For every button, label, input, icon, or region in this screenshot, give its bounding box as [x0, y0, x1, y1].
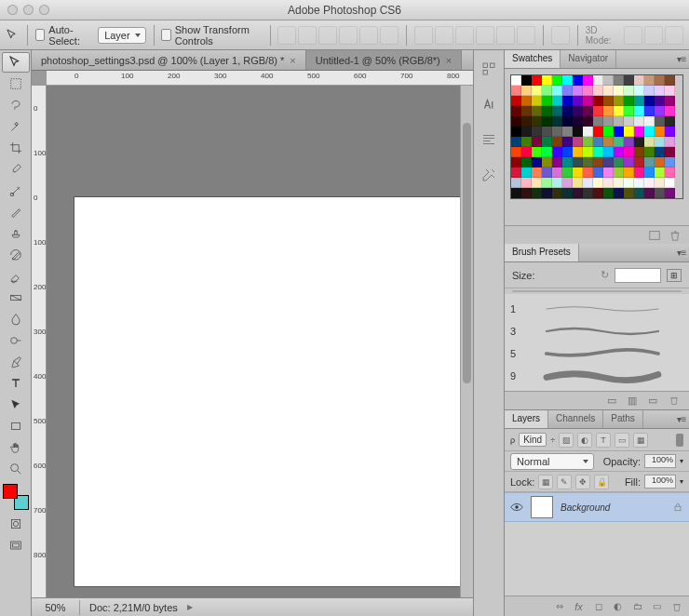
swatch[interactable]	[655, 127, 665, 137]
gradient-tool[interactable]	[2, 288, 30, 308]
swatch[interactable]	[583, 127, 593, 137]
swatch[interactable]	[573, 157, 583, 167]
panel-menu-icon[interactable]: ▾≡	[674, 244, 689, 261]
visibility-icon[interactable]	[510, 501, 523, 514]
swatch[interactable]	[552, 137, 562, 147]
swatch[interactable]	[644, 147, 655, 157]
swatch[interactable]	[542, 178, 552, 188]
swatch[interactable]	[614, 178, 624, 188]
swatch[interactable]	[583, 96, 593, 106]
swatch[interactable]	[532, 188, 542, 198]
swatch[interactable]	[562, 106, 573, 116]
filter-adjust-icon[interactable]: ◐	[577, 433, 592, 448]
pen-tool[interactable]	[2, 352, 30, 372]
swatch[interactable]	[655, 106, 665, 116]
swatch[interactable]	[521, 167, 532, 178]
swatch[interactable]	[532, 96, 542, 106]
swatch[interactable]	[603, 127, 614, 137]
lock-transparency-icon[interactable]: ▦	[538, 475, 553, 489]
filter-smart-icon[interactable]: ▦	[633, 433, 648, 448]
swatch[interactable]	[644, 86, 655, 96]
swatch[interactable]	[665, 137, 675, 147]
swatch[interactable]	[542, 116, 552, 127]
eraser-tool[interactable]	[2, 266, 30, 287]
swatch[interactable]	[614, 116, 624, 127]
swatch[interactable]	[603, 96, 614, 106]
magic-wand-tool[interactable]	[2, 116, 30, 137]
swatch[interactable]	[603, 157, 614, 167]
swatch[interactable]	[562, 96, 573, 106]
swatch[interactable]	[573, 116, 583, 127]
swatch[interactable]	[573, 167, 583, 178]
swatch[interactable]	[521, 178, 532, 188]
align-top-icon[interactable]	[277, 26, 296, 45]
swatch[interactable]	[614, 127, 624, 137]
swatch[interactable]	[532, 75, 542, 86]
new-layer-icon[interactable]: ▭	[650, 599, 664, 613]
tab-paths[interactable]: Paths	[603, 410, 643, 428]
swatch[interactable]	[593, 188, 603, 198]
swatch[interactable]	[655, 188, 665, 198]
delete-layer-icon[interactable]	[669, 599, 683, 613]
swatch[interactable]	[614, 96, 624, 106]
swatch[interactable]	[644, 167, 655, 178]
auto-select-target-dropdown[interactable]: Layer	[98, 27, 146, 44]
hand-tool[interactable]	[2, 437, 30, 458]
swatch[interactable]	[511, 75, 521, 86]
swatch[interactable]	[532, 86, 542, 96]
panel-menu-icon[interactable]: ▾≡	[674, 50, 689, 68]
layer-row[interactable]: Background	[505, 492, 689, 522]
align-left-icon[interactable]	[339, 26, 358, 45]
swatch[interactable]	[573, 137, 583, 147]
swatch[interactable]	[634, 147, 644, 157]
swatch[interactable]	[593, 137, 603, 147]
swatch[interactable]	[624, 116, 634, 127]
swatch[interactable]	[593, 178, 603, 188]
swatch[interactable]	[573, 106, 583, 116]
swatch[interactable]	[511, 157, 521, 167]
swatch[interactable]	[562, 188, 573, 198]
swatch[interactable]	[603, 86, 614, 96]
swatch[interactable]	[552, 106, 562, 116]
swatch[interactable]	[624, 157, 634, 167]
filter-shape-icon[interactable]: ▭	[615, 433, 629, 448]
swatch[interactable]	[603, 137, 614, 147]
link-layers-icon[interactable]: ⇔	[552, 599, 566, 613]
eyedropper-tool[interactable]	[2, 159, 30, 180]
swatch[interactable]	[624, 178, 634, 188]
zoom-window-icon[interactable]	[39, 5, 49, 15]
dist-hcenter-icon[interactable]	[496, 26, 515, 45]
document-tab[interactable]: photoshop_settings3.psd @ 100% (Layer 1,…	[32, 50, 306, 70]
path-selection-tool[interactable]	[2, 395, 30, 415]
swatch[interactable]	[655, 157, 665, 167]
swatch[interactable]	[644, 157, 655, 167]
swatch[interactable]	[542, 96, 552, 106]
blur-tool[interactable]	[2, 309, 30, 329]
swatch[interactable]	[665, 157, 675, 167]
reset-icon[interactable]: ↻	[601, 269, 609, 281]
swatch[interactable]	[614, 157, 624, 167]
swatch[interactable]	[665, 127, 675, 137]
3d-scale-icon[interactable]	[665, 26, 683, 45]
swatch[interactable]	[521, 127, 532, 137]
type-tool[interactable]	[2, 373, 30, 394]
canvas[interactable]	[74, 197, 460, 586]
swatch[interactable]	[593, 127, 603, 137]
swatch[interactable]	[634, 188, 644, 198]
swatch[interactable]	[624, 86, 634, 96]
layer-thumbnail[interactable]	[531, 496, 553, 518]
swatch[interactable]	[583, 167, 593, 178]
swatch[interactable]	[603, 178, 614, 188]
swatch[interactable]	[542, 127, 552, 137]
swatch[interactable]	[552, 96, 562, 106]
swatch[interactable]	[634, 106, 644, 116]
swatch[interactable]	[511, 86, 521, 96]
swatch[interactable]	[624, 75, 634, 86]
fill-field[interactable]: 100%	[644, 475, 676, 489]
dist-top-icon[interactable]	[414, 26, 433, 45]
swatch[interactable]	[583, 178, 593, 188]
history-panel-icon[interactable]	[478, 58, 500, 80]
healing-brush-tool[interactable]	[2, 181, 30, 201]
paragraph-panel-icon[interactable]	[478, 128, 500, 151]
align-right-icon[interactable]	[380, 26, 399, 45]
